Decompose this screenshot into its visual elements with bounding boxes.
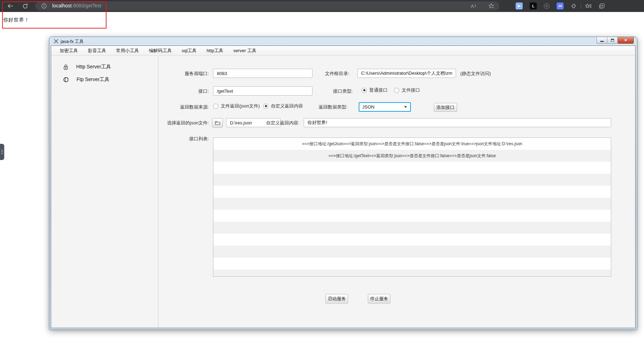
start-service-button[interactable]: 启动服务 (326, 294, 348, 303)
extensions-puzzle-icon[interactable] (570, 2, 577, 10)
api-list-row-empty (213, 234, 611, 246)
api-list[interactable]: ==>接口地址:/getJson==>返回类型:json==>是否是文件接口:f… (213, 137, 611, 277)
custom-content-input[interactable] (304, 118, 611, 127)
extension-flower-icon[interactable] (543, 2, 550, 10)
screen: localhost:8083/getText A L JH (0, 0, 644, 338)
menu-server-tools[interactable]: server 工具 (228, 46, 261, 56)
close-button[interactable]: ✕ (618, 37, 634, 44)
minimize-icon (600, 41, 604, 42)
stop-service-button[interactable]: 停止服务 (368, 294, 390, 303)
refresh-icon[interactable] (20, 1, 30, 11)
file-root-label: 文件根目录: (299, 70, 349, 77)
radio-dot (263, 104, 268, 109)
api-list-row-empty (213, 270, 611, 277)
back-icon[interactable] (6, 1, 15, 11)
api-list-row-empty (213, 258, 611, 270)
maximize-icon (611, 39, 614, 42)
radio-custom-return[interactable]: 自定义返回内容 (263, 103, 303, 109)
svg-text:A: A (471, 4, 474, 9)
static-access-note: (静态文件访问) (460, 70, 491, 77)
api-list-row-empty (213, 210, 611, 222)
window-content: 加密工具 影音工具 常用小工具 编解码工具 sql工具 http工具 serve… (51, 45, 636, 328)
return-type-select[interactable]: JSON (359, 102, 411, 112)
url-host: localhost (52, 3, 72, 8)
custom-content-label: 自定义返回内容: (247, 120, 299, 126)
toolbar-divider (581, 3, 581, 9)
side-panel-handle[interactable] (0, 144, 4, 160)
api-list-row[interactable]: ==>接口地址:/getText==>返回类型:json==>是否是文件接口:f… (213, 150, 611, 162)
api-list-row-empty (213, 222, 611, 234)
api-list-row-empty (213, 162, 611, 174)
return-type-label: 返回数据类型: (298, 104, 347, 110)
maximize-button[interactable] (607, 37, 618, 44)
radio-dot (213, 104, 218, 109)
radio-label: 文件接口 (402, 87, 420, 93)
api-list-row-empty (213, 186, 611, 198)
radio-dot (362, 88, 367, 93)
api-list-row-empty (213, 174, 611, 186)
api-list-row[interactable]: ==>接口地址:/getJson==>返回类型:json==>是否是文件接口:f… (213, 138, 611, 150)
window-controls: ✕ (597, 37, 634, 44)
extension-bird-icon[interactable] (516, 2, 523, 10)
extension-jh-label: JH (558, 4, 562, 8)
javafx-window: java-fx 工具 ✕ 加密工具 影音工具 常用小工具 编解码工具 sql工具… (49, 37, 637, 330)
extension-l-label: L (532, 4, 534, 8)
server-port-label: 服务器端口: (158, 70, 209, 77)
sidebar-item-label: Ftp Server工具 (77, 76, 109, 83)
lock-icon (63, 64, 68, 70)
close-icon: ✕ (624, 38, 627, 43)
menu-media-tools[interactable]: 影音工具 (83, 46, 111, 56)
api-list-row-empty (213, 198, 611, 210)
extension-l-icon[interactable]: L (530, 2, 537, 10)
site-info-icon[interactable] (40, 2, 48, 10)
sidebar-item-label: Http Server工具 (76, 64, 111, 70)
return-type-value: JSON (362, 104, 375, 110)
menu-sql-tools[interactable]: sql工具 (177, 46, 202, 56)
api-list-label: 接口列表: (158, 136, 209, 142)
choose-file-button[interactable] (212, 118, 223, 128)
menu-common-tools[interactable]: 常用小工具 (111, 46, 144, 56)
window-body: Http Server工具 Ftp Server工具 服务器端口: 文件根目录: (51, 56, 635, 328)
menu-encrypt-tools[interactable]: 加密工具 (55, 46, 83, 56)
radio-dot (394, 88, 399, 93)
menu-http-tools[interactable]: http工具 (202, 46, 229, 56)
window-titlebar[interactable]: java-fx 工具 ✕ (49, 37, 637, 45)
api-input[interactable] (213, 86, 312, 96)
url-text[interactable]: localhost:8083/getText (52, 3, 101, 8)
address-bar[interactable]: localhost:8083/getText A (35, 1, 499, 11)
add-favorite-icon[interactable] (487, 2, 495, 10)
api-list-row-empty (213, 246, 611, 258)
radio-label: 普通接口 (369, 87, 388, 93)
menu-codec-tools[interactable]: 编解码工具 (144, 46, 177, 56)
tools-icon (53, 38, 59, 44)
read-aloud-icon[interactable]: A (470, 2, 478, 10)
radio-label: 文件返回(json文件) (221, 103, 260, 109)
sidebar-item-ftp-server[interactable]: Ftp Server工具 (51, 73, 158, 86)
api-type-label: 接口类型: (303, 88, 353, 94)
sidebar-item-http-server[interactable]: Http Server工具 (51, 61, 158, 73)
data-source-label: 返回数据来源: (158, 104, 209, 110)
folder-icon (215, 121, 220, 125)
sidebar: Http Server工具 Ftp Server工具 (51, 56, 158, 328)
window-title: java-fx 工具 (61, 39, 84, 45)
extension-jh-icon[interactable]: JH (557, 2, 564, 10)
radio-file-return[interactable]: 文件返回(json文件) (213, 103, 260, 109)
server-port-input[interactable] (213, 69, 312, 78)
chevron-down-icon (404, 106, 407, 108)
favorites-icon[interactable] (585, 2, 592, 10)
file-root-input[interactable] (357, 69, 456, 78)
minimize-button[interactable] (596, 37, 607, 44)
menu-bar: 加密工具 影音工具 常用小工具 编解码工具 sql工具 http工具 serve… (51, 46, 635, 56)
browser-toolbar: localhost:8083/getText A L JH (0, 0, 644, 12)
radio-normal-api[interactable]: 普通接口 (362, 87, 388, 93)
radio-file-api[interactable]: 文件接口 (394, 87, 420, 93)
api-label: 接口: (158, 88, 209, 94)
page-response-text: 你好世界！ (3, 17, 30, 23)
http-server-form: 服务器端口: 文件根目录: (静态文件访问) 接口: 接口类型: 普通接口 (158, 56, 635, 328)
collections-icon[interactable] (598, 2, 605, 10)
url-path: :8083/getText (72, 3, 101, 8)
json-file-label: 选择返回的json文件: (158, 120, 209, 126)
globe-sync-icon (63, 77, 69, 82)
add-api-button[interactable]: 添加接口 (434, 103, 457, 112)
